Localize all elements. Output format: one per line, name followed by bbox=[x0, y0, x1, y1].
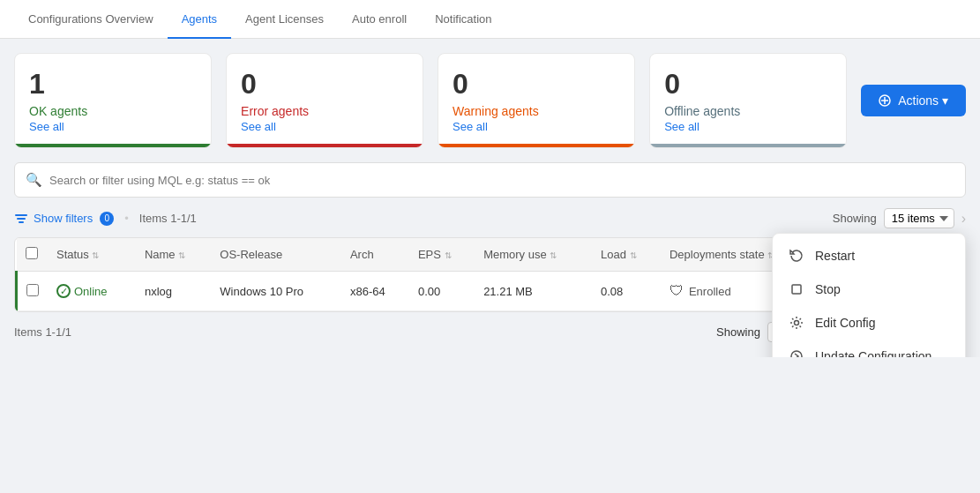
actions-dropdown-menu: Restart Stop Edit Config Update Configur… bbox=[772, 233, 966, 357]
offline-agents-label: Offline agents bbox=[664, 104, 832, 118]
col-eps: EPS ⇅ bbox=[409, 238, 475, 272]
update-config-label: Update Configuration bbox=[815, 349, 931, 357]
load-cell: 0.08 bbox=[592, 272, 661, 311]
ok-agents-card: 1 OK agents See all bbox=[14, 53, 212, 148]
col-memory-use: Memory use ⇅ bbox=[475, 238, 592, 272]
bottom-items-info: Items 1-1/1 bbox=[14, 325, 71, 339]
arch-cell: x86-64 bbox=[341, 272, 409, 311]
offline-agents-see-all[interactable]: See all bbox=[664, 120, 832, 133]
sort-status-icon[interactable]: ⇅ bbox=[92, 250, 99, 260]
warning-agents-bar bbox=[438, 144, 634, 147]
restart-icon bbox=[789, 248, 804, 264]
status-circle-icon: ✓ bbox=[56, 284, 71, 298]
top-navigation: Configurations Overview Agents Agent Lic… bbox=[0, 0, 980, 39]
restart-label: Restart bbox=[815, 249, 855, 263]
warning-agents-label: Warning agents bbox=[453, 104, 620, 118]
sort-eps-icon[interactable]: ⇅ bbox=[445, 250, 452, 260]
sort-name-icon[interactable]: ⇅ bbox=[178, 250, 185, 260]
col-os-release: OS-Release bbox=[211, 238, 341, 272]
svg-rect-3 bbox=[15, 214, 27, 216]
offline-agents-bar bbox=[650, 144, 846, 147]
items-info: Items 1-1/1 bbox=[139, 212, 197, 225]
col-arch: Arch bbox=[341, 238, 409, 272]
sort-memory-icon[interactable]: ⇅ bbox=[550, 250, 557, 260]
ok-agents-see-all[interactable]: See all bbox=[29, 120, 197, 133]
svg-rect-5 bbox=[19, 221, 24, 223]
warning-agents-see-all[interactable]: See all bbox=[453, 120, 620, 133]
show-filters-button[interactable]: Show filters bbox=[14, 212, 93, 226]
stop-label: Stop bbox=[815, 282, 841, 296]
status-value: Online bbox=[74, 285, 108, 298]
warning-agents-card: 0 Warning agents See all bbox=[438, 53, 635, 148]
select-all-checkbox[interactable] bbox=[26, 247, 38, 259]
showing-row: Showing 15 items 25 items 50 items › bbox=[833, 208, 966, 228]
showing-select[interactable]: 15 items 25 items 50 items bbox=[884, 208, 954, 228]
actions-button-label: Actions ▾ bbox=[898, 93, 948, 108]
filter-row: Show filters 0 • Items 1-1/1 Showing 15 … bbox=[14, 208, 966, 228]
dropdown-item-update-config[interactable]: Update Configuration bbox=[773, 340, 965, 357]
tab-agent-licenses[interactable]: Agent Licenses bbox=[231, 0, 338, 39]
error-agents-bar bbox=[227, 144, 423, 147]
bottom-showing-label: Showing bbox=[716, 325, 760, 339]
dropdown-item-restart[interactable]: Restart bbox=[773, 239, 965, 273]
error-agents-see-all[interactable]: See all bbox=[241, 120, 408, 133]
sort-load-icon[interactable]: ⇅ bbox=[630, 250, 637, 260]
error-agents-count: 0 bbox=[241, 68, 408, 101]
offline-agents-count: 0 bbox=[664, 68, 832, 101]
os-release-cell: Windows 10 Pro bbox=[211, 272, 341, 311]
ok-agents-count: 1 bbox=[29, 68, 197, 101]
warning-agents-count: 0 bbox=[453, 68, 620, 101]
error-agents-label: Error agents bbox=[241, 104, 408, 118]
filter-badge: 0 bbox=[100, 212, 114, 226]
deployment-state-value: Enrolled bbox=[689, 285, 731, 298]
memory-use-cell: 21.21 MB bbox=[475, 272, 592, 311]
showing-label: Showing bbox=[833, 212, 877, 225]
tab-configurations-overview[interactable]: Configurations Overview bbox=[14, 0, 168, 39]
edit-config-label: Edit Config bbox=[815, 316, 875, 330]
enrolled-icon: 🛡 bbox=[670, 283, 684, 299]
show-filters-label: Show filters bbox=[34, 212, 93, 225]
name-cell: nxlog bbox=[136, 272, 211, 311]
row-checkbox[interactable] bbox=[26, 284, 39, 296]
col-name: Name ⇅ bbox=[136, 238, 211, 272]
search-bar: 🔍 bbox=[14, 162, 966, 198]
tab-auto-enroll[interactable]: Auto enroll bbox=[338, 0, 421, 39]
expand-icon[interactable]: › bbox=[961, 211, 966, 227]
search-icon: 🔍 bbox=[26, 172, 42, 188]
offline-agents-card: 0 Offline agents See all bbox=[649, 53, 847, 148]
eps-cell: 0.00 bbox=[409, 272, 475, 311]
edit-config-icon bbox=[789, 315, 804, 331]
dropdown-item-edit-config[interactable]: Edit Config bbox=[773, 306, 965, 340]
status-cell: ✓ Online bbox=[56, 284, 127, 298]
ok-agents-bar bbox=[15, 144, 211, 147]
error-agents-card: 0 Error agents See all bbox=[226, 53, 423, 148]
ok-agents-label: OK agents bbox=[29, 104, 197, 118]
tab-agents[interactable]: Agents bbox=[168, 0, 231, 39]
stop-icon bbox=[789, 281, 804, 297]
svg-point-8 bbox=[791, 351, 802, 357]
tab-notification[interactable]: Notification bbox=[421, 0, 505, 39]
svg-rect-6 bbox=[792, 285, 801, 294]
svg-rect-4 bbox=[17, 218, 26, 220]
actions-button[interactable]: Actions ▾ bbox=[861, 85, 966, 116]
col-status: Status ⇅ bbox=[48, 238, 136, 272]
update-config-icon bbox=[789, 348, 804, 357]
svg-point-7 bbox=[795, 321, 799, 325]
col-load: Load ⇅ bbox=[592, 238, 661, 272]
search-input[interactable] bbox=[49, 174, 954, 187]
dropdown-item-stop[interactable]: Stop bbox=[773, 273, 965, 306]
